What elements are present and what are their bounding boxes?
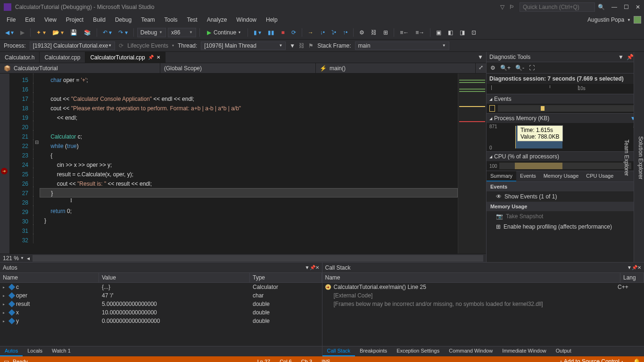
process-dropdown[interactable]: [19132] CalculatorTutorial.exe▼ [30, 41, 116, 50]
search-icon[interactable]: 🔍 [598, 4, 605, 10]
diag-timeline[interactable]: 10s [487, 84, 644, 94]
tab-watch1[interactable]: Watch 1 [47, 346, 75, 356]
scope-project-dropdown[interactable]: 📦 CalculatorTutorial [0, 63, 160, 73]
tb-icon-6[interactable]: ▣ [434, 28, 444, 37]
menu-debug[interactable]: Debug [111, 16, 135, 24]
close-tab-icon[interactable]: ✕ [157, 55, 160, 60]
restart-button[interactable]: ⟳ [289, 28, 298, 37]
scope-namespace-dropdown[interactable]: (Global Scope) [160, 63, 316, 73]
flag-icon[interactable]: ⚑ [308, 42, 314, 49]
diag-tab-memory[interactable]: Memory Usage [540, 171, 583, 181]
diag-reset-icon[interactable]: ⛶ [529, 65, 535, 71]
memory-chart[interactable]: 871 871 0 0 Time: 1.615s Value: 788.0KB [487, 123, 644, 151]
platform-dropdown[interactable]: x86▼ [168, 28, 196, 37]
status-ch[interactable]: Ch 3 [301, 359, 312, 362]
notifications-icon[interactable]: 🔔 [633, 358, 640, 362]
tab-calculator-cpp[interactable]: Calculator.cpp [40, 52, 85, 63]
quick-launch-input[interactable] [520, 2, 595, 12]
tb-icon-5[interactable]: ≡→ [413, 28, 427, 37]
take-snapshot-link[interactable]: 📷Take Snapshot [487, 211, 644, 222]
feedback-icon[interactable]: 🏳 [509, 4, 515, 10]
panel-pin-icon[interactable]: 📌 [632, 265, 637, 270]
menu-help[interactable]: Help [262, 16, 281, 24]
callstack-row[interactable]: [Frames below may be incorrect and/or mi… [322, 300, 644, 308]
scope-function-dropdown[interactable]: ⚡ main() [316, 63, 476, 73]
status-col[interactable]: Col 6 [280, 359, 292, 362]
menu-build[interactable]: Build [89, 16, 109, 24]
menu-edit[interactable]: Edit [21, 16, 39, 24]
pin-icon[interactable]: 📌 [148, 55, 154, 60]
nav-back-button[interactable]: ◀ ▾ [3, 28, 16, 37]
solution-explorer-tab[interactable]: Solution Explorer [637, 136, 644, 179]
tab-output[interactable]: Output [551, 346, 576, 356]
autos-col-value[interactable]: Value [99, 273, 250, 282]
tb-icon-4[interactable]: ≡← [397, 28, 411, 37]
autos-col-name[interactable]: Name [0, 273, 99, 282]
menu-team[interactable]: Team [137, 16, 158, 24]
maximize-button[interactable]: ☐ [624, 4, 629, 10]
tab-locals[interactable]: Locals [23, 346, 47, 356]
tb-icon-2[interactable]: ⛓ [369, 28, 379, 37]
step-out-button[interactable]: ↑• [340, 28, 350, 37]
autos-row[interactable]: ▸result5.0000000000000000double [0, 300, 322, 308]
save-all-button[interactable]: 📚 [82, 28, 93, 37]
nav-fwd-button[interactable]: ▶ [18, 28, 27, 37]
tab-autos[interactable]: Autos [0, 346, 23, 356]
menu-tools[interactable]: Tools [161, 16, 182, 24]
close-button[interactable]: ✕ [636, 4, 640, 10]
callstack-row[interactable]: ➜CalculatorTutorial.exe!main() Line 25C+… [322, 283, 644, 291]
code-editor[interactable]: ➜ 151617181920212223242526272829303132 ⊟… [0, 74, 486, 254]
tab-callstack[interactable]: Call Stack [322, 346, 355, 356]
cpu-chart[interactable]: 100 100 [487, 161, 644, 171]
pause-button[interactable]: ▮▮ [265, 28, 277, 37]
config-dropdown[interactable]: Debug▼ [137, 28, 166, 37]
tb-icon-9[interactable]: ⊡ [469, 28, 479, 37]
tab-command[interactable]: Command Window [444, 346, 497, 356]
panel-pin-icon[interactable]: 📌 [310, 265, 315, 270]
autos-row[interactable]: ▸oper47 '/'char [0, 291, 322, 300]
tab-breakpoints[interactable]: Breakpoints [355, 346, 392, 356]
diag-zoomin-icon[interactable]: 🔍+ [500, 65, 511, 71]
new-project-button[interactable]: ✦ ▾ [34, 28, 48, 37]
tab-calculator-h[interactable]: Calculator.h [0, 52, 40, 63]
panel-dropdown-icon[interactable]: ▼ [305, 265, 310, 270]
status-ins[interactable]: INS [322, 359, 330, 362]
menu-view[interactable]: View [41, 16, 60, 24]
open-file-button[interactable]: 📂 ▾ [50, 28, 66, 37]
heap-profiling-link[interactable]: ⊞Enable heap profiling (affects performa… [487, 222, 644, 232]
panel-dropdown-icon[interactable]: ▼ [618, 54, 624, 60]
stackframe-dropdown[interactable]: main▼ [355, 41, 449, 50]
menu-test[interactable]: Test [183, 16, 201, 24]
stop-button[interactable]: ■ [279, 28, 287, 37]
menu-project[interactable]: Project [62, 16, 87, 24]
tb-icon-8[interactable]: ◨ [457, 28, 467, 37]
diag-tab-events[interactable]: Events [516, 171, 540, 181]
panel-close-icon[interactable]: ✕ [637, 265, 641, 270]
next-statement-button[interactable]: → [305, 28, 316, 37]
team-explorer-tab[interactable]: Team Explorer [623, 140, 630, 176]
cs-col-lang[interactable]: Lang [620, 273, 644, 282]
save-button[interactable]: 💾 [68, 28, 80, 37]
diag-tab-summary[interactable]: Summary [487, 171, 516, 181]
break-all-button[interactable]: ▮ ▾ [251, 28, 264, 37]
menu-window[interactable]: Window [232, 16, 260, 24]
cpu-section-label[interactable]: CPU (% of all processors) [494, 153, 559, 160]
cs-col-name[interactable]: Name [322, 273, 621, 282]
redo-button[interactable]: ↷ ▾ [116, 28, 130, 37]
step-over-button[interactable]: ⤵• [329, 28, 339, 37]
callstack-row[interactable]: [External Code] [322, 291, 644, 300]
events-section-label[interactable]: Events [494, 96, 512, 102]
horizontal-scrollbar[interactable] [33, 255, 483, 262]
source-control-button[interactable]: ↑ Add to Source Control ▴ [560, 358, 624, 362]
tab-calculatortutorial-cpp[interactable]: CalculatorTutorial.cpp📌✕ [85, 52, 165, 63]
tabs-dropdown-icon[interactable]: ▼ [475, 52, 486, 63]
diag-zoomout-icon[interactable]: 🔍- [515, 65, 524, 71]
tab-immediate[interactable]: Immediate Window [497, 346, 551, 356]
show-events-link[interactable]: 👁Show Events (1 of 1) [487, 191, 644, 202]
tb-icon-7[interactable]: ◧ [446, 28, 455, 37]
lifecycle-icon[interactable]: ⟳ [119, 42, 124, 49]
menu-analyze[interactable]: Analyze [203, 16, 231, 24]
panel-pin-icon[interactable]: 📌 [627, 54, 634, 60]
memory-section-label[interactable]: Process Memory (KB) [494, 115, 549, 122]
menu-file[interactable]: File [3, 16, 19, 24]
